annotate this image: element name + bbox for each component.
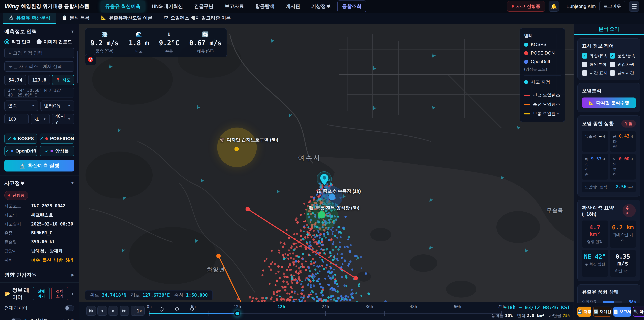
nav-item-1[interactable]: HNS·대기확산 [147, 1, 187, 12]
oil-particle [332, 243, 334, 245]
section-title: 사고정보 [4, 180, 25, 187]
oil-particle [278, 249, 280, 251]
oil-particle [296, 233, 298, 235]
oil-particle [341, 269, 344, 271]
fast-forward-button[interactable] [120, 306, 129, 316]
stat-box: 연안부착0.00kl [610, 154, 636, 180]
duration-select[interactable]: 48시간▼ [52, 114, 74, 124]
oil-particle [317, 196, 319, 197]
sidebar-scrollbar[interactable] [77, 51, 78, 83]
master-layer-toggle[interactable] [64, 305, 74, 311]
trace-button[interactable]: 🔍역추적 [633, 306, 644, 317]
spill-type-select[interactable]: 연속▼ [4, 101, 38, 111]
chevron-right-icon[interactable]: ▶ [72, 273, 74, 277]
nav-item-3[interactable]: 보고자료 [220, 1, 248, 12]
chevron-down-icon: ▼ [32, 104, 35, 108]
oil-particle [301, 263, 303, 265]
tab-1[interactable]: 📋분석 목록 [56, 13, 95, 24]
kv-value: 남해청, 방재과 [31, 248, 62, 254]
oil-particle [335, 300, 337, 302]
nav-item-2[interactable]: 긴급구난 [190, 1, 218, 12]
display-check-4[interactable]: 시간 표시 [582, 70, 608, 76]
playback-speed-button[interactable]: 1× [134, 306, 144, 316]
skip-start-button[interactable] [86, 306, 96, 316]
display-check-0[interactable]: ✓유향/유속 [582, 53, 608, 59]
dms-coordinates: 34° 44' 30.58" N / 127° 40' 25.89" E [4, 88, 74, 98]
menu-button[interactable] [629, 1, 639, 12]
nav-item-5[interactable]: 게시판 [281, 1, 304, 12]
logout-button[interactable]: 로그아웃 [600, 1, 625, 12]
timeline-slider[interactable]: 0h6h12h18h24h36h48h60h72h [149, 302, 502, 320]
weather-widget: 💨9.2 m/s풍속 (SW)🌊1.8 m파고🌡9.2°C수온🔄0.67 m/s… [85, 28, 227, 57]
oil-particle [294, 279, 295, 280]
tab-3[interactable]: 🛡오일펜스 배치 알고리즘 이론 [158, 13, 236, 24]
tab-label: 분석 목록 [70, 15, 90, 21]
impact-resources-section[interactable]: 영향 민감자원 ▶ [0, 267, 79, 282]
thermometer-icon: 🌡 [159, 32, 179, 37]
report-button[interactable]: 📄보고서 [613, 306, 631, 317]
tab-label: 유출유확산모델 이론 [109, 15, 152, 21]
oil-particle [306, 224, 308, 226]
oil-particle [340, 253, 343, 255]
oil-particle [311, 290, 313, 292]
model-toggle-KOSPS[interactable]: ✓KOSPS [4, 134, 37, 144]
display-check-1[interactable]: ✓풍향/풍속 [610, 53, 636, 59]
step-back-button[interactable] [98, 306, 107, 316]
unit-select[interactable]: kL▼ [31, 114, 50, 124]
oil-particle [287, 254, 289, 256]
polygon-analysis-button[interactable]: 📐 다각형 분석수행 [582, 98, 636, 108]
oil-particle [340, 295, 342, 297]
model-toggle-OpenDrift[interactable]: ✓OpenDrift [4, 146, 37, 156]
oil-particle [300, 245, 302, 247]
radio-image-upload[interactable]: 이미지 업로드 [36, 39, 72, 45]
amount-input[interactable] [4, 114, 29, 124]
timeline-handle[interactable] [234, 310, 240, 316]
display-check-5[interactable]: 날짜시간 [610, 70, 636, 76]
chevron-down-icon[interactable]: ▼ [70, 29, 74, 34]
oil-particle [308, 266, 310, 269]
layers-all-on-button[interactable]: 전체 켜기 [33, 287, 50, 300]
pick-on-map-button[interactable]: 📍 지도 [52, 75, 74, 85]
notifications-button[interactable]: 🔔 [548, 1, 559, 12]
map-canvas[interactable]: ➤➤➤➤➤➤➤➤➤➤➤➤➤➤➤➤➤➤➤➤➤➤➤➤ 🦅 여자만 습지보호구역 (6… [79, 24, 574, 302]
forecast-value: 4.7 km² [584, 224, 606, 238]
chevron-down-icon[interactable]: ▼ [70, 291, 74, 296]
recenter-button[interactable]: 🎯 [85, 54, 96, 65]
chevron-down-icon[interactable]: ▼ [70, 181, 74, 185]
oil-particle [310, 294, 312, 295]
tab-2[interactable]: 📐유출유확산모델 이론 [95, 13, 158, 24]
incident-pin-icon[interactable] [320, 173, 329, 186]
oil-particle [333, 269, 335, 270]
weather-value: 9.2 m/s [90, 39, 119, 47]
layer-toggle[interactable] [11, 318, 21, 320]
display-check-3[interactable]: 민감자원 [610, 62, 636, 67]
save-button[interactable]: 💾저장 [578, 306, 591, 317]
recalc-button[interactable]: 🔄재계산 [593, 306, 612, 317]
kv-value: 여수 돌산 남방 5NM [31, 257, 73, 263]
oil-particle [355, 292, 357, 294]
kv-value: BUNKER_C [31, 230, 52, 235]
incident-row: 사고명씨프린스호 [4, 212, 74, 218]
model-toggle-POSEIDON[interactable]: ✓POSEIDON [40, 134, 74, 144]
nav-item-4[interactable]: 항공탐색 [251, 1, 279, 12]
incident-list-input[interactable] [4, 61, 74, 72]
timeline-label-0h: 0h [147, 304, 152, 309]
latitude-input[interactable] [4, 75, 26, 85]
play-button[interactable] [108, 306, 118, 316]
model-toggle-앙상블[interactable]: ✓앙상블 [40, 146, 74, 156]
nav-item-7[interactable]: 통합조회 [338, 1, 366, 12]
layers-all-off-button[interactable]: 전체 끄기 [52, 287, 68, 300]
oil-particle [317, 272, 319, 274]
model-color-dot [13, 137, 16, 140]
oil-particle [274, 263, 276, 265]
longitude-input[interactable] [28, 75, 50, 85]
nav-item-0[interactable]: 유출유 확산예측 [101, 1, 145, 12]
oil-particle [315, 273, 317, 275]
incident-name-input[interactable] [4, 48, 74, 58]
run-prediction-button[interactable]: 🔬 확산예측 실행 [4, 160, 74, 171]
radio-direct-input[interactable]: 직접 입력 [4, 39, 31, 45]
nav-item-6[interactable]: 기상정보 [307, 1, 335, 12]
oil-type-select[interactable]: 벙커C유▼ [40, 101, 74, 111]
tab-0[interactable]: 🔬유출유 확산분석 [3, 13, 56, 24]
display-check-2[interactable]: 해안부착 [582, 62, 608, 67]
